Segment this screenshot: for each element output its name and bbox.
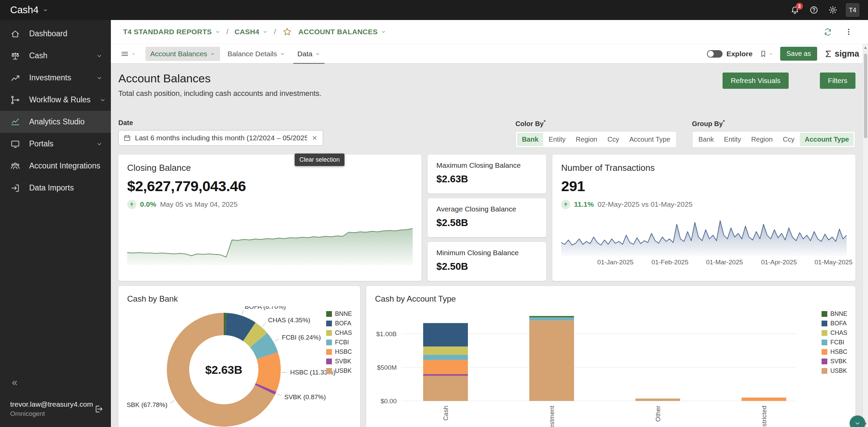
sidebar-item-dashboard[interactable]: Dashboard (0, 23, 111, 45)
legend-item-usbk[interactable]: USBK (326, 367, 352, 375)
help-button[interactable] (808, 4, 820, 16)
dashboard-content: Account Balances Total cash position, in… (111, 64, 868, 427)
pages-menu-button[interactable] (120, 49, 136, 58)
clear-date-button[interactable] (311, 135, 318, 141)
date-filter-label: Date (118, 119, 323, 127)
help-icon (809, 5, 818, 15)
more-options-button[interactable] (843, 26, 854, 38)
scrollbar-thumb[interactable] (864, 54, 867, 138)
legend-item-svbk[interactable]: SVBK (326, 357, 352, 366)
bar-cash-usbk[interactable] (423, 375, 468, 401)
legend-item-hsbc[interactable]: HSBC (822, 348, 847, 356)
group-by-option-ccy[interactable]: Ccy (778, 133, 799, 146)
closing-balance-card: Closing Balance $2,627,779,043.46 0.0% M… (118, 155, 421, 281)
group-by-option-account-type[interactable]: Account Type (800, 133, 854, 146)
min-closing-balance-card: Minimum Closing Balance $2.50B (428, 242, 546, 281)
breadcrumb-item-account-balances[interactable]: ACCOUNT BALANCES (298, 28, 386, 36)
legend-label: BNNE (830, 310, 847, 318)
star-icon[interactable] (282, 27, 292, 37)
legend-item-bofa[interactable]: BOFA (822, 319, 847, 328)
avatar[interactable]: T4 (846, 3, 859, 17)
explore-toggle[interactable]: Explore (707, 50, 752, 58)
color-by-option-region[interactable]: Region (571, 133, 602, 146)
kpi-title: Number of Transactions (561, 163, 847, 173)
logout-button[interactable] (94, 404, 103, 414)
kpi-value: $2,627,779,043.46 (127, 178, 413, 195)
sidebar-item-workflow-rules[interactable]: Workflow & Rules (0, 89, 111, 111)
sidebar-item-account-integrations[interactable]: Account Integrations (0, 155, 111, 177)
bar-cash-hsbc[interactable] (423, 360, 468, 374)
breadcrumb-item-t4-standard-reports[interactable]: T4 STANDARD REPORTS (123, 28, 220, 36)
topbar-actions: 3 T4 (789, 3, 859, 17)
sidebar-item-investments[interactable]: Investments (0, 67, 111, 89)
legend-item-usbk[interactable]: USBK (822, 367, 847, 375)
settings-button[interactable] (827, 4, 839, 16)
color-by-option-ccy[interactable]: Ccy (603, 133, 624, 146)
vertical-scrollbar[interactable]: ▲ ▼ (863, 44, 868, 427)
group-by-option-region[interactable]: Region (746, 133, 777, 146)
breadcrumb: T4 STANDARD REPORTS/CASH4/ACCOUNT BALANC… (123, 27, 386, 37)
breadcrumb-item-cash4[interactable]: CASH4 (235, 28, 268, 36)
refresh-report-button[interactable] (822, 26, 833, 38)
save-as-button[interactable]: Save as (780, 47, 817, 61)
chevron-down-icon (210, 51, 215, 57)
legend-item-svbk[interactable]: SVBK (822, 357, 847, 366)
sidebar-item-data-imports[interactable]: Data Imports (0, 177, 111, 199)
sidebar-bottom: trevor.law@treasury4.com Omnicogent (0, 375, 111, 427)
sidebar-collapse-button[interactable] (0, 375, 29, 391)
notifications-button[interactable]: 3 (789, 4, 801, 16)
color-by-filter-group: Color By* BankEntityRegionCcyAccount Typ… (515, 119, 677, 148)
bar-cash-fcbi[interactable] (423, 354, 468, 360)
app-logo[interactable]: Cash4 (10, 4, 48, 16)
bar-cash-bofa[interactable] (423, 323, 468, 346)
donut-slice-label: SVBK (0.87%) (284, 393, 326, 401)
color-by-segmented-control: BankEntityRegionCcyAccount Type (515, 131, 677, 148)
chevron-down-icon (215, 29, 220, 35)
group-by-label: Group By* (692, 119, 855, 128)
bar-cash-chas[interactable] (423, 346, 468, 354)
legend-item-bofa[interactable]: BOFA (326, 319, 352, 328)
cash-icon (10, 51, 20, 61)
sigma-brand-label: sigma (835, 49, 859, 59)
tab-balance-details[interactable]: Balance Details (223, 47, 290, 61)
toggle-track[interactable] (707, 50, 723, 58)
sidebar-item-cash[interactable]: Cash (0, 45, 111, 67)
legend-item-fcbi[interactable]: FCBI (822, 338, 847, 347)
bookmark-button[interactable] (759, 50, 773, 58)
legend-item-bnne[interactable]: BNNE (326, 310, 352, 318)
sidebar-item-portals[interactable]: Portals (0, 133, 111, 155)
legend-item-fcbi[interactable]: FCBI (326, 338, 352, 347)
bar-investment-fcbi[interactable] (529, 317, 574, 320)
group-by-option-entity[interactable]: Entity (719, 133, 746, 146)
bar-restricted-hsbc[interactable] (742, 398, 786, 401)
scrollbar-up-arrow[interactable]: ▲ (863, 45, 868, 49)
sidebar-item-analytics-studio[interactable]: Analytics Studio (0, 111, 111, 133)
legend-item-chas[interactable]: CHAS (822, 329, 847, 337)
legend-item-bnne[interactable]: BNNE (822, 310, 847, 318)
investments-icon (10, 73, 20, 83)
date-filter-control[interactable]: Last 6 months including this month (12/2… (118, 130, 323, 146)
bar-investment-usbk[interactable] (529, 320, 574, 401)
tab-account-balances[interactable]: Account Balances (145, 47, 220, 61)
app-root: Cash4 3 T4 DashboardCashInvestmentsWorkf… (0, 0, 868, 427)
legend-color-swatch (326, 359, 332, 364)
kpi-row: Closing Balance $2,627,779,043.46 0.0% M… (118, 155, 855, 281)
bar-other-usbk[interactable] (635, 399, 680, 401)
filters-button[interactable]: Filters (820, 73, 855, 89)
bar-investment-bnne[interactable] (529, 316, 574, 317)
legend-color-swatch (326, 330, 332, 336)
color-by-option-account-type[interactable]: Account Type (625, 133, 675, 146)
color-by-option-entity[interactable]: Entity (544, 133, 570, 146)
legend-item-chas[interactable]: CHAS (326, 329, 352, 337)
group-by-option-bank[interactable]: Bank (694, 133, 719, 146)
bar-cash-svbk[interactable] (423, 374, 468, 375)
user-info: trevor.law@treasury4.com Omnicogent (10, 400, 93, 418)
refresh-visuals-button[interactable]: Refresh Visuals (723, 73, 789, 89)
tab-data[interactable]: Data (293, 47, 325, 61)
legend-item-hsbc[interactable]: HSBC (326, 348, 352, 356)
main-area: T4 STANDARD REPORTS/CASH4/ACCOUNT BALANC… (111, 20, 868, 427)
chevron-down-icon (280, 51, 285, 57)
date-filter-group: Date Last 6 months including this month … (118, 119, 323, 146)
legend-label: BOFA (335, 320, 351, 327)
color-by-option-bank[interactable]: Bank (517, 133, 543, 146)
